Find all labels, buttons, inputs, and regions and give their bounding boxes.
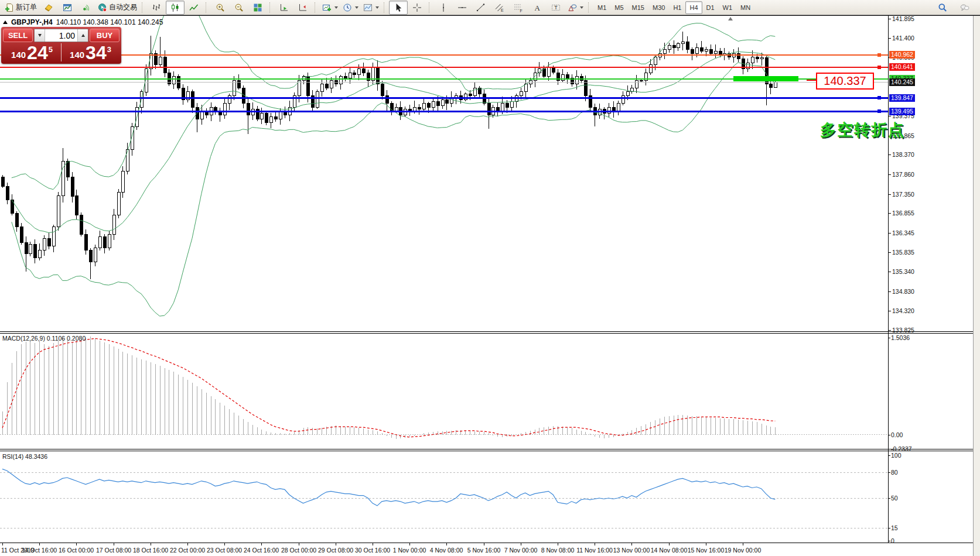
candle-body <box>57 196 60 227</box>
toolbar-eraser-button[interactable] <box>39 1 58 15</box>
toolbar-cursor-button[interactable] <box>389 1 408 15</box>
candle-body <box>607 107 610 113</box>
toolbar-fibonacci-button[interactable]: F <box>509 1 528 15</box>
toolbar-zoom-out-button[interactable] <box>230 1 248 15</box>
zoom-out-icon <box>234 3 244 12</box>
candle-body <box>349 73 351 78</box>
channel-icon: E <box>495 3 504 12</box>
toolbar-candle-chart-button[interactable] <box>166 1 185 15</box>
volume-increase-button[interactable] <box>77 29 88 42</box>
time-tick <box>336 543 336 545</box>
timeframe-mn-button[interactable]: MN <box>736 1 754 14</box>
timeframe-m5-button[interactable]: M5 <box>610 1 627 14</box>
volume-input[interactable] <box>45 29 77 42</box>
timeframe-m15-button[interactable]: M15 <box>628 1 648 14</box>
candle-body <box>427 104 430 108</box>
candle-body <box>635 80 638 88</box>
toolbar-chart-window-button[interactable] <box>58 1 77 15</box>
trend-highlight-segment[interactable] <box>733 76 798 81</box>
time-label: 8 Nov 08:00 <box>541 547 575 554</box>
toolbar-trendline-button[interactable] <box>472 1 490 15</box>
collapse-arrow-icon[interactable] <box>3 20 8 24</box>
price-badge: 140.962 <box>889 51 915 59</box>
chart-window: 11 Oct 201914 Oct 16:0016 Oct 00:0017 Oc… <box>0 15 980 556</box>
time-label: 28 Oct 00:00 <box>281 547 316 554</box>
trendline-icon <box>476 3 486 12</box>
toolbar-auto-trading-button[interactable]: 自动交易 <box>95 1 139 15</box>
time-label: 15 Nov 16:00 <box>688 547 724 554</box>
toolbar-line-chart-button[interactable] <box>185 1 203 15</box>
buy-button[interactable]: BUY <box>90 29 119 42</box>
price-tick: 137.860 <box>892 171 914 178</box>
timeframe-d1-button[interactable]: D1 <box>702 1 719 14</box>
turning-point-annotation[interactable]: 多空转折点 <box>820 119 905 140</box>
buy-price[interactable]: 140 34 3 <box>62 43 119 61</box>
candle-body <box>672 46 675 47</box>
time-label: 29 Oct 08:00 <box>318 547 353 554</box>
toolbar-shapes-button[interactable] <box>565 1 586 15</box>
candle-body <box>691 49 694 53</box>
toolbar-horizontal-line-button[interactable] <box>453 1 472 15</box>
timeframe-h1-button[interactable]: H1 <box>669 1 685 14</box>
price-tick: 134.830 <box>892 288 914 295</box>
sell-price[interactable]: 140 24 5 <box>3 43 62 61</box>
chevron-down-icon <box>355 6 358 9</box>
toolbar-auto-scroll-button[interactable] <box>275 1 293 15</box>
toolbar-tile-windows-button[interactable] <box>248 1 267 15</box>
toolbar-signals-button[interactable] <box>77 1 95 15</box>
toolbar-chart-shift-button[interactable] <box>293 1 312 15</box>
time-axis[interactable]: 11 Oct 201914 Oct 16:0016 Oct 00:0017 Oc… <box>0 543 973 556</box>
candle-body <box>464 94 467 99</box>
candle-body <box>330 80 333 88</box>
candle-body <box>705 49 708 51</box>
toolbar-new-order-button[interactable]: 新订单 <box>2 1 39 15</box>
candle-body <box>223 104 226 115</box>
sell-button[interactable]: SELL <box>3 29 33 42</box>
candle-body <box>473 88 476 95</box>
toolbar-zoom-in-button[interactable] <box>211 1 230 15</box>
main-chart-pane[interactable] <box>0 16 889 331</box>
toolbar-periods-button[interactable] <box>340 1 361 15</box>
time-tick <box>669 543 670 545</box>
timeframe-h4-button[interactable]: H4 <box>685 1 702 14</box>
timeframe-w1-button[interactable]: W1 <box>719 1 737 14</box>
candle-body <box>501 104 504 111</box>
chart-title: GBPJPY-,H4 140.110 140.348 140.101 140.2… <box>3 18 163 26</box>
toolbar-crosshair-button[interactable] <box>408 1 426 15</box>
level-line-marker <box>877 53 881 57</box>
time-label: 11 Nov 16:00 <box>576 547 613 554</box>
ohlc-quote: 140.110 140.348 140.101 140.245 <box>56 18 163 26</box>
toolbar-community-button[interactable] <box>955 1 974 15</box>
triangle-down-icon <box>38 34 42 37</box>
candle-body <box>43 238 46 250</box>
candle-body <box>108 235 111 248</box>
chart-shift-icon <box>298 3 308 12</box>
timeframe-m30-button[interactable]: M30 <box>648 1 669 14</box>
toolbar-vertical-line-button[interactable] <box>434 1 453 15</box>
toolbar-bar-chart-button[interactable] <box>147 1 166 15</box>
volume-decrease-button[interactable] <box>35 29 45 42</box>
time-tick <box>2 543 3 545</box>
pane-splitter-rsi[interactable] <box>0 449 973 451</box>
time-tick <box>595 543 595 545</box>
candle-body <box>89 250 92 262</box>
candle-body <box>436 101 439 105</box>
price-badge: 140.245 <box>889 78 915 86</box>
toolbar-search-button[interactable] <box>933 1 952 15</box>
candle-body <box>103 236 106 248</box>
macd-pane[interactable] <box>0 334 889 449</box>
svg-text:T: T <box>554 5 558 11</box>
chevron-down-icon <box>580 6 583 9</box>
time-label: 4 Nov 08:00 <box>430 547 463 554</box>
toolbar-text-label-button[interactable]: T <box>547 1 565 15</box>
price-callout[interactable]: 140.337 <box>816 73 874 90</box>
symbol-period: GBPJPY-,H4 <box>11 18 53 26</box>
toolbar-separator <box>384 2 387 13</box>
pane-splitter-macd[interactable] <box>0 331 973 334</box>
toolbar-templates-button[interactable] <box>361 1 381 15</box>
timeframe-m1-button[interactable]: M1 <box>593 1 610 14</box>
rsi-pane[interactable] <box>0 451 889 543</box>
toolbar-equidistant-channel-button[interactable]: E <box>490 1 509 15</box>
toolbar-text-button[interactable]: A <box>528 1 547 15</box>
toolbar-new-chart-button[interactable] <box>320 1 340 15</box>
